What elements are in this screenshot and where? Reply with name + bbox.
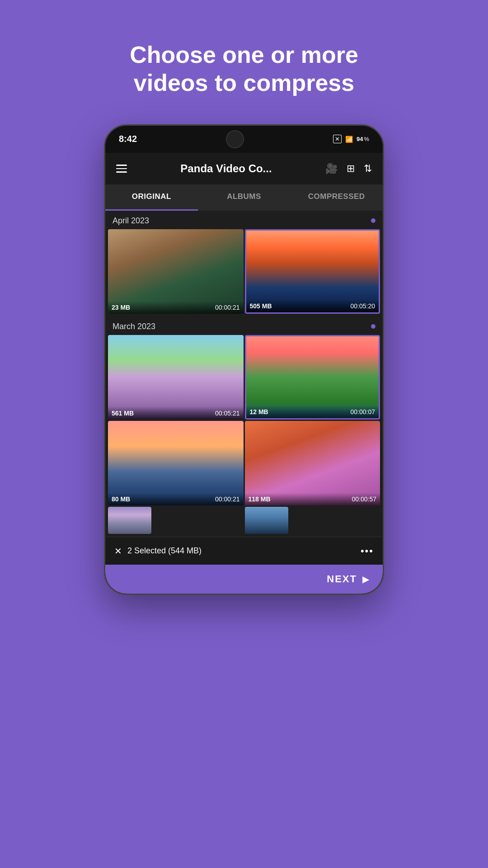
video-thumb-5[interactable]: 80 MB 00:00:21: [108, 421, 244, 505]
phone-device: 8:42 ✕ 📶 94 % Panda Video Co... 🎥 ⊞ ⇅ OR…: [104, 124, 384, 595]
thumb-overlay-3: 561 MB 00:05:21: [108, 407, 244, 420]
thumb-duration-3: 00:05:21: [215, 410, 240, 417]
selection-count: 2 Selected (544 MB): [127, 546, 202, 556]
thumb-duration-4: 00:00:07: [351, 408, 375, 415]
thumb-overlay-6: 118 MB 00:00:57: [245, 493, 380, 505]
wifi-icon: 📶: [345, 136, 353, 143]
tab-compressed[interactable]: COMPRESSED: [290, 184, 383, 211]
status-icons: ✕ 📶 94 %: [333, 135, 369, 143]
section-header-april: April 2023: [105, 211, 383, 229]
tab-bar: ORIGINAL ALBUMS COMPRESSED: [105, 184, 383, 211]
next-bar[interactable]: NEXT ▶: [105, 565, 383, 594]
next-label: NEXT: [327, 573, 357, 585]
tab-original[interactable]: ORIGINAL: [105, 184, 198, 211]
video-thumb-6[interactable]: 118 MB 00:00:57: [245, 421, 380, 505]
camera-notch: [226, 130, 244, 148]
more-options-button[interactable]: •••: [361, 545, 374, 557]
thumb-size-2: 505 MB: [250, 302, 272, 310]
menu-line-2: [116, 168, 127, 170]
video-thumb-8[interactable]: [245, 507, 288, 534]
menu-button[interactable]: [116, 165, 127, 173]
thumb-size-6: 118 MB: [249, 495, 271, 503]
thumb-overlay-1: 23 MB 00:00:21: [108, 301, 244, 314]
thumb-size-4: 12 MB: [250, 408, 268, 415]
thumb-size-5: 80 MB: [112, 495, 130, 503]
section-title-april: April 2023: [113, 216, 149, 226]
battery-icon: %: [364, 136, 369, 142]
battery-percent: 94: [357, 136, 363, 142]
thumb-overlay-5: 80 MB 00:00:21: [108, 493, 244, 505]
video-thumb-7[interactable]: [108, 507, 151, 534]
content-area: April 2023 23 MB 00:00:21 505 MB 00:05:2…: [105, 211, 383, 537]
section-dot-april: [371, 218, 375, 223]
x-icon: ✕: [333, 135, 342, 143]
thumb-overlay-4: 12 MB 00:00:07: [246, 406, 379, 418]
video-thumb-1[interactable]: 23 MB 00:00:21: [108, 229, 244, 314]
camera-icon[interactable]: 🎥: [325, 163, 338, 175]
page-title: Choose one or more videos to compress: [103, 41, 385, 97]
grid-icon[interactable]: ⊞: [347, 163, 355, 175]
section-title-march: March 2023: [113, 322, 155, 331]
thumb-size-3: 561 MB: [112, 410, 134, 417]
next-arrow-icon: ▶: [362, 574, 369, 585]
status-bar: 8:42 ✕ 📶 94 %: [105, 126, 383, 153]
section-header-march: March 2023: [105, 316, 383, 335]
app-toolbar: Panda Video Co... 🎥 ⊞ ⇅: [105, 153, 383, 184]
video-grid-march: 561 MB 00:05:21 12 MB 00:00:07 80 MB 00:…: [105, 335, 383, 537]
thumb-duration-2: 00:05:20: [351, 302, 375, 310]
menu-line-1: [116, 165, 127, 166]
menu-line-3: [116, 171, 127, 173]
app-title: Panda Video Co...: [180, 162, 272, 175]
video-thumb-2[interactable]: 505 MB 00:05:20: [245, 229, 380, 314]
tab-albums[interactable]: ALBUMS: [198, 184, 291, 211]
thumb-overlay-2: 505 MB 00:05:20: [246, 300, 379, 312]
status-time: 8:42: [119, 134, 137, 144]
video-grid-april: 23 MB 00:00:21 505 MB 00:05:20: [105, 229, 383, 316]
video-thumb-3[interactable]: 561 MB 00:05:21: [108, 335, 244, 420]
bottom-bar: ✕ 2 Selected (544 MB) •••: [105, 537, 383, 565]
thumb-duration-5: 00:00:21: [215, 495, 240, 503]
section-dot-march: [371, 324, 375, 329]
clear-selection-button[interactable]: ✕: [114, 546, 122, 557]
thumb-duration-6: 00:00:57: [352, 495, 377, 503]
video-thumb-4[interactable]: 12 MB 00:00:07: [245, 335, 380, 420]
thumb-duration-1: 00:00:21: [215, 304, 240, 311]
selection-info: ✕ 2 Selected (544 MB): [114, 546, 202, 557]
sort-icon[interactable]: ⇅: [364, 163, 372, 175]
thumb-size-1: 23 MB: [112, 304, 130, 311]
toolbar-icons: 🎥 ⊞ ⇅: [325, 163, 372, 175]
